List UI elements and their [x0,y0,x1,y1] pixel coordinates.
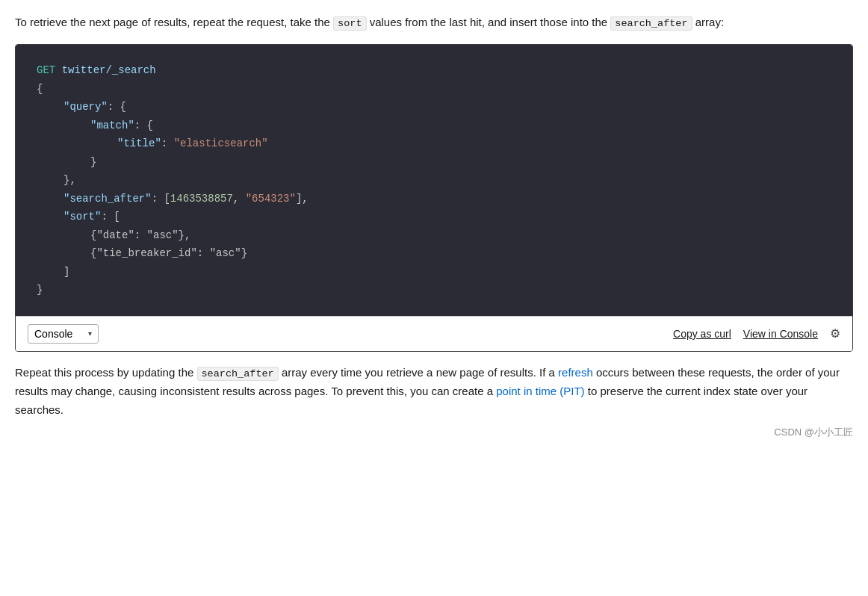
view-in-console-button[interactable]: View in Console [743,328,818,340]
code-line-search-after: "search_after": [1463538857, "654323"], [37,190,831,208]
code-line-sort-date: {"date": "asc"}, [37,226,831,245]
code-line-method: GET twitter/_search [37,61,831,80]
code-block: GET twitter/_search { "query": { "match"… [16,45,852,316]
code-line-title: "title": "elasticsearch" [37,134,831,153]
outro-text1: Repeat this process by updating the [15,366,197,379]
intro-paragraph: To retrieve the next page of results, re… [15,13,853,32]
code-line-sort-tiebreaker: {"tie_breaker_id": "asc"} [37,244,831,263]
http-method: GET [37,64,55,76]
outro-paragraph: Repeat this process by updating the sear… [15,364,853,420]
refresh-link[interactable]: refresh [558,366,593,379]
intro-text-before-sort: To retrieve the next page of results, re… [15,16,333,28]
search-after-code-intro: search_after [610,16,692,31]
code-line-match: "match": { [37,117,831,135]
code-line-open-brace: { [37,80,831,99]
csdn-watermark: CSDN @小小工匠 [15,426,853,439]
console-select-wrapper[interactable]: Console cURL JavaScript Python ▾ [28,324,99,344]
code-toolbar: Console cURL JavaScript Python ▾ Copy as… [16,316,852,351]
intro-text-between: values from the last hit, and insert tho… [367,16,611,28]
gear-icon[interactable]: ⚙ [830,326,840,341]
code-url: twitter/_search [62,64,156,76]
chevron-down-icon: ▾ [88,329,92,338]
pit-link[interactable]: point in time (PIT) [496,385,584,397]
outro-text2: array every time you retrieve a new page… [279,366,558,379]
code-block-wrapper: GET twitter/_search { "query": { "match"… [15,44,853,352]
code-line-match-close: } [37,153,831,172]
toolbar-right: Copy as curl View in Console ⚙ [673,326,840,341]
code-line-query-close: }, [37,171,831,190]
code-line-sort: "sort": [ [37,208,831,226]
code-line-close-brace: } [37,281,831,299]
intro-text-after: array: [692,16,725,28]
console-select[interactable]: Console cURL JavaScript Python [34,328,84,340]
code-line-query: "query": { [37,98,831,117]
sort-code: sort [333,16,366,31]
search-after-code-outro: search_after [197,367,279,381]
copy-as-curl-button[interactable]: Copy as curl [673,328,731,340]
watermark-text: CSDN @小小工匠 [774,426,853,438]
code-line-sort-close: ] [37,263,831,282]
